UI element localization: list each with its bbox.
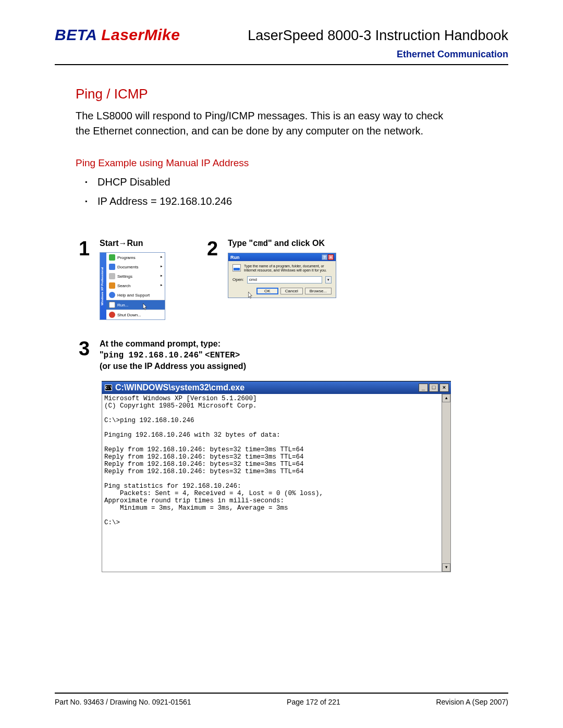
step2-title-pre: Type " [228,239,253,248]
scroll-down-icon[interactable]: ▾ [442,563,450,572]
run-dialog-icon [232,264,241,272]
step3-quote-open: " [100,350,104,359]
arrow-icon: → [118,239,127,248]
step1-title-pre: Start [100,239,118,248]
cmd-output: Microsoft Windows XP [Version 5.1.2600] … [102,394,442,572]
step3-line1: At the command prompt, type: [100,339,221,348]
subsection-title: Ping Example using Manual IP Address [76,157,451,169]
step1-title: Start→Run [100,239,204,248]
run-open-input[interactable] [247,276,322,283]
logo-rest: LaserMike [96,26,180,43]
menu-label: Help and Support [117,293,150,298]
run-dialog-titlebar: Run ? × [228,253,336,261]
documents-icon [109,264,115,270]
close-button[interactable]: × [439,384,449,392]
start-menu-sidebar: Windows XP Professional [100,253,106,319]
menu-item-run[interactable]: Run... [106,300,165,310]
menu-item-shutdown[interactable]: Shut Down... [106,310,165,319]
step3-ping-command: ping 192.168.10.246 [104,351,199,360]
step1-title-post: Run [127,239,143,248]
maximize-button[interactable]: □ [429,384,438,392]
cmd-titlebar: C:\ C:\WINDOWS\system32\cmd.exe _ □ × [102,381,451,394]
page-footer: Part No. 93463 / Drawing No. 0921-01561 … [55,693,508,706]
menu-label: Shut Down... [117,313,141,317]
start-menu: Windows XP Professional Programs▸ Docume… [100,252,165,320]
menu-label: Programs [117,255,136,260]
section-body: The LS8000 will respond to Ping/ICMP mes… [76,108,451,139]
step-number: 1 [79,239,96,258]
submenu-arrow-icon: ▸ [161,255,163,259]
help-button[interactable]: ? [322,254,327,260]
open-label: Open: [232,277,244,282]
bullet-list: DHCP Disabled IP Address = 192.168.10.24… [76,176,451,207]
run-dialog-message: Type the name of a program, folder, docu… [244,264,332,273]
menu-label: Documents [117,265,138,269]
menu-label: Settings [117,274,132,279]
footer-revision: Revision A (Sep 2007) [436,698,508,706]
bullet-item: DHCP Disabled [97,176,451,188]
dropdown-icon[interactable]: ▾ [325,276,332,283]
shutdown-icon [109,312,115,318]
close-button[interactable]: × [328,254,334,260]
brand-logo: BETA LaserMike [55,26,180,44]
step3-quote-close: " [199,350,205,359]
cmd-window: C:\ C:\WINDOWS\system32\cmd.exe _ □ × Mi… [102,381,451,572]
step2-title: Type "cmd" and click OK [228,239,336,249]
cursor-icon [143,303,148,311]
bullet-item: IP Address = 192.168.10.246 [97,195,451,207]
submenu-arrow-icon: ▸ [161,274,163,278]
run-dialog: Run ? × Type the name of a program, fold… [228,253,336,298]
submenu-arrow-icon: ▸ [161,264,163,268]
programs-icon [109,254,115,261]
run-icon [109,302,115,308]
cmd-scrollbar[interactable]: ▴ ▾ [442,394,450,572]
step2-title-post: " and click OK [268,239,325,248]
search-icon [109,282,115,289]
logo-beta: BETA [55,26,96,43]
step2-title-cmd: cmd [253,239,268,249]
minimize-button[interactable]: _ [419,384,428,392]
cmd-icon: C:\ [105,385,112,391]
menu-label: Search [117,283,130,288]
document-title: LaserSpeed 8000-3 Instruction Handbook [248,28,508,44]
section-header: Ethernet Communication [55,46,508,63]
cancel-button[interactable]: Cancel [280,288,303,294]
footer-page-number: Page 172 of 221 [287,698,340,706]
menu-item-help[interactable]: Help and Support [106,290,165,300]
step3-title: At the command prompt, type: "ping 192.1… [100,339,246,372]
cmd-title: C:\WINDOWS\system32\cmd.exe [115,383,415,392]
step-number: 3 [79,339,96,359]
settings-icon [109,273,115,279]
step-number: 2 [207,239,225,258]
scroll-up-icon[interactable]: ▴ [442,394,450,402]
menu-item-documents[interactable]: Documents▸ [106,262,165,272]
menu-label: Run... [117,303,128,307]
submenu-arrow-icon: ▸ [161,283,163,287]
run-dialog-title: Run [230,255,240,260]
menu-item-search[interactable]: Search▸ [106,281,165,290]
cursor-icon [248,292,253,299]
help-icon [109,292,115,298]
footer-part-number: Part No. 93463 / Drawing No. 0921-01561 [55,698,191,706]
step3-line3: (or use the IP Address you assigned) [100,362,246,371]
menu-item-programs[interactable]: Programs▸ [106,253,165,262]
section-title: Ping / ICMP [76,86,451,102]
browse-button[interactable]: Browse... [305,288,332,294]
step3-enter-key: <ENTER> [205,351,240,360]
menu-item-settings[interactable]: Settings▸ [106,272,165,281]
ok-button[interactable]: OK [256,288,278,294]
